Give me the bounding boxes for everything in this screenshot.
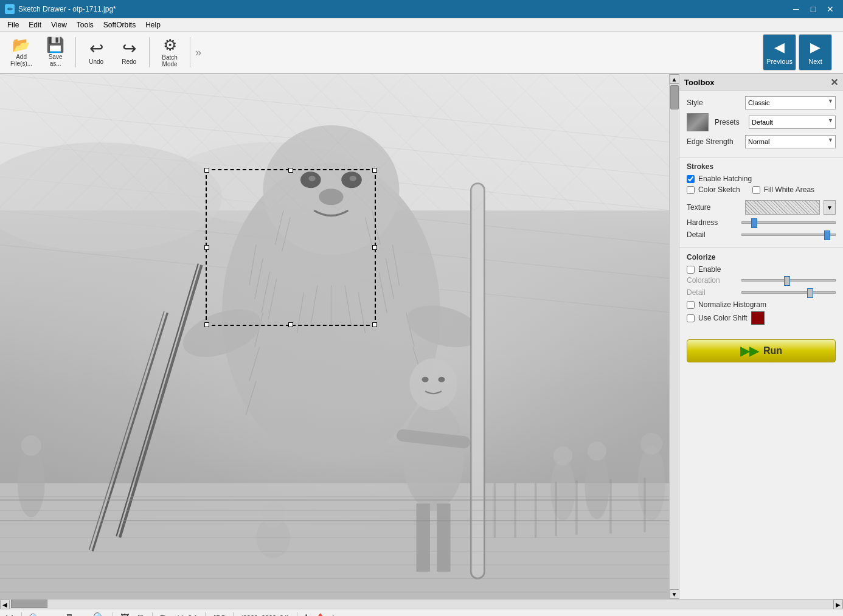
status-separator-3 (152, 612, 153, 617)
undo-button[interactable]: ↩ Undo (81, 34, 111, 71)
toolbar-separator-3 (190, 37, 190, 67)
svg-point-62 (638, 446, 665, 521)
h-scroll-thumb[interactable] (11, 600, 47, 608)
color-sketch-label: Color Sketch (698, 185, 740, 194)
status-separator-6 (297, 612, 297, 617)
toolbox-title: Toolbox (684, 78, 715, 87)
run-label: Run (763, 345, 782, 356)
svg-point-57 (21, 435, 41, 456)
redo-button[interactable]: ↪ Redo (114, 34, 144, 71)
next-button[interactable]: ▶ Next (799, 34, 832, 71)
canvas-icon: 🖼 (120, 613, 129, 617)
detail-thumb[interactable] (824, 230, 830, 240)
zoom-icon-2: 🔍 (93, 612, 105, 616)
presets-dropdown[interactable]: Default Light Heavy Custom (749, 116, 836, 129)
info-icon[interactable]: ℹ (305, 613, 308, 617)
detail-row: Detail (687, 230, 836, 239)
svg-point-56 (18, 449, 45, 517)
save-as-label: Saveas... (49, 54, 63, 67)
edge-strength-dropdown-wrapper: Normal Low High Very High (745, 135, 836, 148)
texture-row: Texture ▼ (687, 200, 836, 215)
status-separator-5 (233, 612, 234, 617)
detail-track[interactable] (741, 234, 836, 236)
hardness-thumb[interactable] (751, 218, 757, 228)
svg-point-15 (350, 176, 356, 181)
svg-point-47 (403, 401, 464, 510)
edge-strength-row: Edge Strength Normal Low High Very High (687, 135, 836, 148)
color-fill-row: Color Sketch Fill White Areas (687, 185, 836, 196)
share-icon[interactable]: 📤 (315, 613, 325, 617)
scroll-right-arrow[interactable]: ▶ (833, 600, 843, 609)
h-scroll-track[interactable] (49, 600, 833, 609)
normalize-histogram-checkbox[interactable] (687, 301, 695, 309)
add-files-icon: 📂 (12, 38, 30, 52)
previous-button[interactable]: ◀ Previous (763, 34, 796, 71)
zoom-thumb[interactable] (67, 614, 72, 617)
edge-strength-dropdown[interactable]: Normal Low High Very High (745, 135, 836, 148)
scroll-down-arrow[interactable]: ▼ (670, 589, 679, 599)
sketch-svg (0, 74, 669, 599)
colorize-enable-checkbox[interactable] (687, 266, 695, 274)
colorize-enable-label: Enable (698, 265, 721, 274)
toolbox-panel: Toolbox ✕ Style Classic Pencil Charcoal … (679, 74, 843, 599)
fill-white-checkbox[interactable] (752, 186, 760, 194)
hardness-label: Hardness (687, 218, 741, 227)
svg-rect-46 (472, 185, 483, 578)
save-as-button[interactable]: 💾 Saveas... (40, 34, 71, 71)
menu-tools[interactable]: Tools (72, 19, 99, 30)
svg-point-63 (640, 433, 662, 455)
youtube-icon[interactable]: ▶ (333, 613, 339, 617)
normalize-histogram-row: Normalize Histogram (687, 300, 836, 309)
normalize-histogram-label: Normalize Histogram (698, 300, 766, 309)
texture-preview[interactable] (745, 200, 820, 215)
svg-point-14 (308, 176, 315, 181)
menu-softorbits[interactable]: SoftOrbits (99, 19, 140, 30)
toolbox-close-button[interactable]: ✕ (830, 77, 838, 88)
scroll-up-arrow[interactable]: ▲ (670, 74, 679, 84)
texture-dropdown-button[interactable]: ▼ (824, 200, 836, 215)
colorize-detail-track (741, 291, 836, 294)
menu-edit[interactable]: Edit (24, 19, 46, 30)
color-shift-swatch[interactable] (751, 311, 765, 325)
svg-point-50 (438, 377, 445, 382)
enable-hatching-label: Enable Hatching (698, 175, 752, 183)
toolbar: 📂 AddFile(s)... 💾 Saveas... ↩ Undo ↪ Red… (0, 32, 843, 74)
add-files-button[interactable]: 📂 AddFile(s)... (5, 34, 38, 71)
colorize-detail-thumb (807, 288, 813, 298)
canvas-area (0, 74, 669, 599)
app-icon: ✏ (5, 4, 15, 14)
dimensions-label: (3000x2000x24) (241, 614, 290, 617)
next-label: Next (808, 58, 822, 65)
save-as-icon: 💾 (46, 38, 64, 52)
menu-file[interactable]: File (2, 19, 24, 30)
maximize-button[interactable]: □ (805, 1, 821, 17)
next-icon: ▶ (810, 40, 820, 55)
hardness-track[interactable] (741, 221, 836, 224)
format-label: JPG (213, 614, 226, 617)
close-button[interactable]: ✕ (822, 1, 838, 17)
batch-mode-button[interactable]: ⚙ BatchMode (154, 34, 185, 71)
style-row: Style Classic Pencil Charcoal Ink (687, 96, 836, 109)
run-button[interactable]: ▶▶ Run (687, 339, 836, 362)
strokes-title: Strokes (687, 162, 836, 171)
colorize-enable-row: Enable (687, 265, 836, 274)
redo-icon: ↪ (122, 40, 136, 57)
toolbar-separator-1 (75, 37, 76, 67)
zoom-control: 🔍 🔍 (29, 612, 105, 616)
run-icon: ▶▶ (740, 344, 758, 358)
edge-strength-label: Edge Strength (687, 137, 741, 146)
fill-white-row: Fill White Areas (752, 185, 814, 194)
minimize-button[interactable]: ─ (788, 1, 804, 17)
color-sketch-checkbox[interactable] (687, 186, 695, 194)
toolbar-expand-icon[interactable]: » (195, 46, 201, 59)
menu-help[interactable]: Help (140, 19, 165, 30)
svg-point-16 (319, 189, 343, 205)
use-color-shift-checkbox[interactable] (687, 314, 695, 322)
style-dropdown[interactable]: Classic Pencil Charcoal Ink (745, 96, 836, 109)
svg-point-58 (550, 459, 575, 521)
enable-hatching-checkbox[interactable] (687, 175, 695, 183)
scroll-left-arrow[interactable]: ◀ (0, 600, 10, 609)
menu-view[interactable]: View (46, 19, 72, 30)
screen-icon: 🖥 (136, 613, 145, 617)
scroll-thumb[interactable] (670, 85, 679, 109)
